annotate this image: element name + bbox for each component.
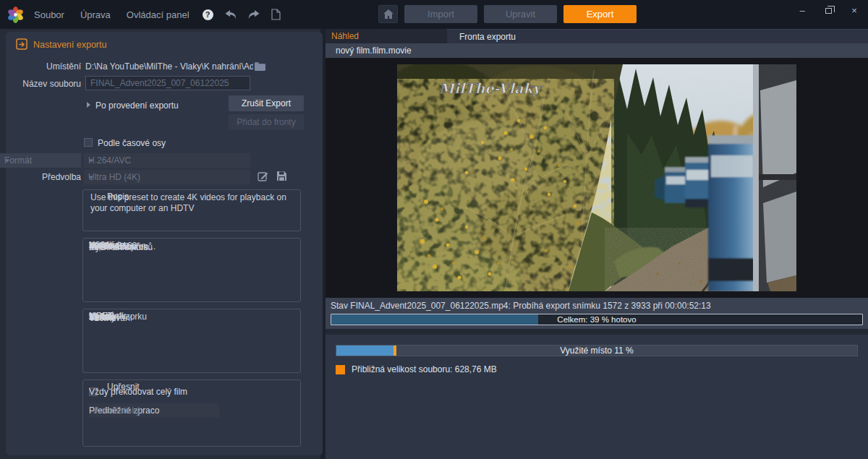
export-settings-card: Nastavení exportu Umístění D:\Na YouTube…: [6, 32, 323, 455]
restore-button[interactable]: [820, 3, 836, 17]
timeline-checkbox[interactable]: [84, 138, 93, 147]
folder-icon[interactable]: [255, 62, 265, 71]
add-to-queue-button[interactable]: Přidat do fronty: [229, 114, 304, 130]
advanced-group: Upřesnit Vždy překódovat celý film Předb…: [82, 379, 301, 447]
audio-group: Zvuk Kodek MPEG-4 Velikost vzorku 16 bit…: [82, 309, 301, 373]
menu-uprava[interactable]: Úprava: [80, 9, 111, 20]
video-stage: MilThe-Vlaky: [326, 58, 868, 298]
restore-icon: [825, 8, 832, 14]
chevron-down-icon: ▼: [88, 174, 94, 181]
codec-dropdown-value: H.264/AVC: [88, 155, 131, 166]
location-label: Umístění: [6, 61, 81, 72]
video-group: Video Kodek H264 Velikost 3840 x 2160 Ma…: [82, 238, 301, 302]
filename-label: Název souboru: [6, 79, 81, 89]
location-value: D:\Na YouTube\MilThe - Vlaky\K nahrání\A…: [85, 61, 253, 72]
project-title: nový film.film.movie: [336, 46, 412, 56]
cancel-export-button[interactable]: Zrušit Export: [229, 95, 304, 111]
video-preview-frame: MilThe-Vlaky: [397, 64, 796, 291]
export-status-text: Stav FINAL_Advent2025_007_06122025.mp4: …: [331, 300, 863, 312]
preview-tabs: Náhled Fronta exportu: [326, 29, 868, 43]
export-settings-icon: [16, 38, 28, 51]
file-size-label: Přibližná velikost souboru: 628,76 MB: [352, 364, 497, 374]
menu-soubor[interactable]: Soubor: [34, 9, 64, 20]
menu-ovladaci-panel[interactable]: Ovládací panel: [127, 9, 190, 20]
preprocess-dropdown-value: Automatický: [93, 406, 140, 416]
panel-title: Nastavení exportu: [33, 40, 106, 50]
undo-icon[interactable]: [225, 10, 237, 20]
help-icon[interactable]: ?: [203, 9, 213, 20]
row-value: 48 kHz: [89, 313, 116, 324]
tab-fronta-exportu[interactable]: Fronta exportu: [447, 29, 868, 43]
import-button[interactable]: Import: [404, 5, 477, 23]
chevron-down-icon: ▼: [88, 158, 94, 164]
audio-row: Vzorkování 48 kHz: [83, 313, 300, 314]
transcode-row: Vždy překódovat celý film: [83, 387, 300, 397]
chevron-down-icon: ▼: [4, 158, 10, 164]
home-button[interactable]: [378, 5, 398, 23]
export-status-block: Stav FINAL_Advent2025_007_06122025.mp4: …: [326, 298, 868, 329]
app-logo-icon: [7, 7, 24, 23]
preprocess-row: Předběžné zpraco Automatický ▼: [83, 403, 300, 419]
transcode-checkbox-label: Vždy překódovat celý film: [89, 387, 187, 398]
project-titlebar: nový film.film.movie: [326, 43, 868, 58]
preset-dropdown[interactable]: Ultra HD (4K) ▼: [84, 170, 250, 184]
description-legend: Popis: [102, 192, 134, 202]
section-divider: [326, 329, 868, 335]
preset-dropdown-value: Ultra HD (4K): [88, 172, 140, 182]
codec-dropdown[interactable]: H.264/AVC ▼: [84, 153, 250, 168]
minimize-button[interactable]: –: [794, 3, 810, 17]
row-value: 29,97 snímků/s: [89, 242, 148, 253]
disk-usage-label: Využité místo 11 %: [336, 346, 857, 356]
file-size-swatch-icon: [336, 365, 345, 374]
menu: Soubor Úprava Ovládací panel: [34, 9, 190, 20]
home-icon: [383, 9, 393, 19]
tab-nahled[interactable]: Náhled: [326, 29, 447, 43]
preset-label: Předvolba: [6, 172, 81, 182]
save-preset-icon[interactable]: [276, 171, 287, 181]
format-dropdown[interactable]: Formát ▼: [0, 153, 81, 168]
export-settings-pane: Nastavení exportu Umístění D:\Na YouTube…: [0, 29, 326, 459]
timeline-checkbox-label: Podle časové osy: [98, 138, 166, 148]
file-size-legend: Přibližná velikost souboru: 628,76 MB: [336, 364, 858, 374]
export-progress-bar: Celkem: 39 % hotovo: [331, 314, 863, 325]
chevron-down-icon: ▼: [93, 406, 99, 416]
after-export-label[interactable]: Po provedení exportu: [95, 100, 179, 111]
edit-preset-icon[interactable]: [258, 171, 269, 182]
filename-input[interactable]: [85, 76, 250, 90]
redo-icon[interactable]: [248, 10, 260, 20]
top-menubar: Soubor Úprava Ovládací panel ? Import Up…: [0, 0, 868, 29]
edit-button[interactable]: Upravit: [484, 5, 557, 23]
document-icon[interactable]: [271, 9, 281, 20]
description-group: Popis Use this preset to create 4K video…: [82, 189, 301, 231]
disk-usage-bar: Využité místo 11 %: [336, 345, 858, 356]
after-export-expander-icon[interactable]: [87, 102, 90, 108]
export-progress-label: Celkem: 39 % hotovo: [331, 314, 862, 325]
disk-usage-section: Využité místo 11 % Přibližná velikost so…: [326, 335, 868, 459]
video-row: Rychlost snímků 29,97 snímků/s: [83, 242, 300, 243]
close-button[interactable]: ×: [846, 3, 862, 17]
export-button[interactable]: Export: [563, 5, 637, 23]
preview-pane: Náhled Fronta exportu nový film.film.mov…: [326, 29, 868, 459]
